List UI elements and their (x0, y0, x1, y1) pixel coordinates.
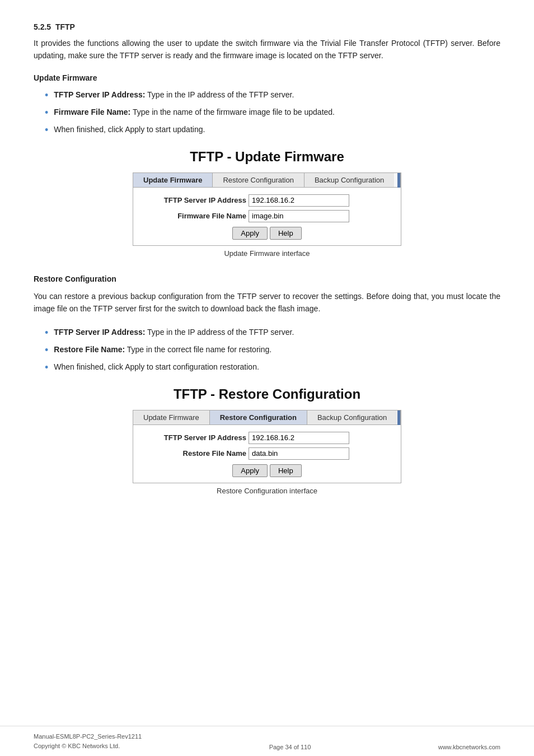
tab-restore-configuration-2[interactable]: Restore Configuration (210, 410, 307, 424)
tab-restore-configuration-1[interactable]: Restore Configuration (213, 173, 304, 187)
bullet-text-2: Firmware File Name: Type in the name of … (54, 106, 335, 118)
bullet-icon-5: • (45, 343, 48, 358)
update-firmware-caption: Update Firmware interface (224, 249, 310, 258)
footer-copyright: Copyright © KBC Networks Ltd. (34, 741, 142, 751)
section-number: 5.2.5 (34, 22, 51, 31)
restore-config-buttons: Apply Help (142, 464, 392, 477)
restore-file-name-label: Restore File Name (142, 449, 249, 458)
update-firmware-widget-title: TFTP - Update Firmware (190, 149, 344, 165)
firmware-file-name-row: Firmware File Name (142, 210, 392, 222)
page-footer: Manual-ESML8P-PC2_Series-Rev1211 Copyrig… (0, 726, 534, 756)
tab-update-firmware[interactable]: Update Firmware (133, 173, 213, 187)
restore-config-widget: TFTP - Restore Configuration Update Firm… (34, 386, 500, 506)
update-firmware-bullets: • TFTP Server IP Address: Type in the IP… (34, 89, 500, 138)
bullet-icon-3: • (45, 123, 48, 138)
bullet-icon-1: • (45, 88, 48, 103)
restore-config-widget-title: TFTP - Restore Configuration (174, 386, 360, 402)
bullet-icon-6: • (45, 360, 48, 375)
footer-left: Manual-ESML8P-PC2_Series-Rev1211 Copyrig… (34, 732, 142, 750)
section-title: TFTP (53, 22, 75, 31)
restore-config-intro: You can restore a previous backup config… (34, 290, 500, 315)
restore-config-caption: Restore Configuration interface (217, 487, 317, 495)
tftp-server-ip-input-1[interactable] (249, 194, 349, 207)
footer-manual: Manual-ESML8P-PC2_Series-Rev1211 (34, 732, 142, 741)
tab-backup-configuration-1[interactable]: Backup Configuration (305, 173, 394, 187)
restore-config-help-button[interactable]: Help (270, 464, 302, 477)
tftp-server-ip-label-1: TFTP Server IP Address (142, 196, 249, 204)
update-firmware-form: TFTP Server IP Address Firmware File Nam… (133, 188, 401, 245)
tab-marker-2 (397, 410, 401, 425)
tab-backup-configuration-2[interactable]: Backup Configuration (307, 410, 397, 424)
restore-config-apply-button[interactable]: Apply (232, 464, 268, 477)
restore-config-form: TFTP Server IP Address Restore File Name… (133, 425, 401, 483)
bullet-text-6: When finished, click Apply to start conf… (54, 361, 259, 373)
bullet-icon-4: • (45, 325, 48, 340)
update-firmware-box: Update Firmware Restore Configuration Ba… (133, 172, 401, 246)
bullet-icon-2: • (45, 105, 48, 120)
tab-update-firmware-2[interactable]: Update Firmware (133, 410, 210, 424)
update-firmware-heading: Update Firmware (34, 73, 500, 82)
update-firmware-apply-button[interactable]: Apply (232, 227, 268, 240)
bullet-text-3: When finished, click Apply to start upda… (54, 124, 205, 136)
tab-marker-1 (397, 173, 401, 188)
bullet-text-5: Restore File Name: Type in the correct f… (54, 344, 271, 356)
intro-paragraph: It provides the functions allowing the u… (34, 37, 500, 62)
bullet-text-1: TFTP Server IP Address: Type in the IP a… (54, 89, 294, 101)
restore-file-name-row: Restore File Name (142, 447, 392, 460)
tftp-server-ip-label-2: TFTP Server IP Address (142, 433, 249, 442)
update-firmware-widget: TFTP - Update Firmware Update Firmware R… (34, 149, 500, 269)
tftp-server-ip-row-2: TFTP Server IP Address (142, 432, 392, 444)
footer-page: Page 34 of 110 (269, 744, 311, 750)
tftp-server-ip-input-2[interactable] (249, 432, 349, 444)
tftp-server-ip-row-1: TFTP Server IP Address (142, 194, 392, 207)
firmware-file-name-input[interactable] (249, 210, 349, 222)
update-firmware-help-button[interactable]: Help (270, 227, 302, 240)
restore-config-bullets: • TFTP Server IP Address: Type in the IP… (34, 326, 500, 375)
restore-configuration-heading: Restore Configuration (34, 274, 500, 283)
bullet-text-4: TFTP Server IP Address: Type in the IP a… (54, 326, 294, 338)
firmware-file-name-label: Firmware File Name (142, 212, 249, 220)
update-firmware-buttons: Apply Help (142, 227, 392, 240)
restore-config-box: Update Firmware Restore Configuration Ba… (133, 410, 401, 483)
restore-file-name-input[interactable] (249, 447, 349, 460)
footer-website: www.kbcnetworks.com (438, 744, 500, 750)
